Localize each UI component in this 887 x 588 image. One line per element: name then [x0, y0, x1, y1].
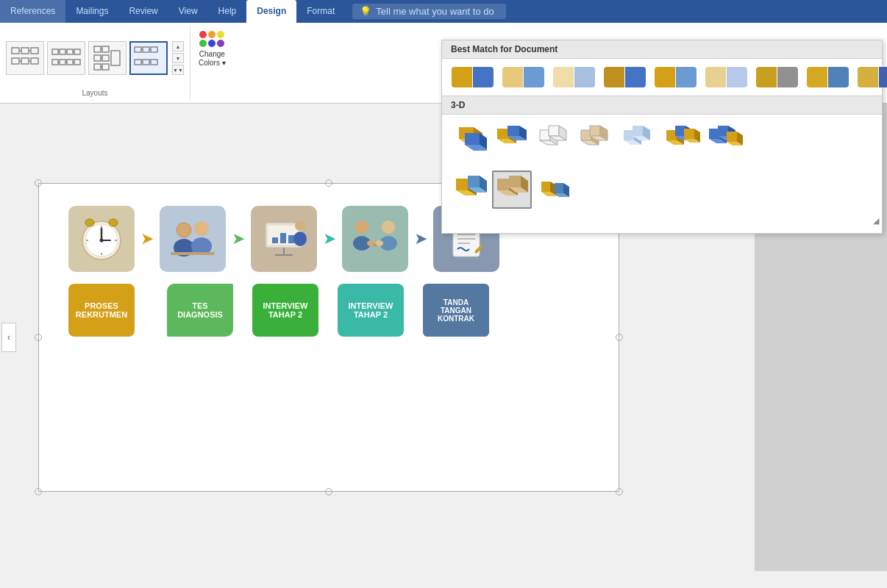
- layouts-items: ▲ ▼ ▼▼: [6, 29, 184, 87]
- arrow-1: ➤: [140, 229, 154, 248]
- best-match-swatches-row: [442, 59, 882, 96]
- svg-marker-95: [468, 176, 480, 187]
- swatch-pair-6[interactable]: [703, 65, 749, 90]
- 3d-swatch-8[interactable]: [449, 171, 489, 209]
- svg-marker-68: [624, 130, 634, 140]
- svg-rect-25: [102, 46, 109, 52]
- 3d-row-1: [442, 115, 882, 165]
- tab-mailings[interactable]: Mailings: [65, 0, 118, 23]
- svg-rect-33: [111, 51, 120, 65]
- step3-image[interactable]: [251, 206, 317, 272]
- swatch-pair-3[interactable]: [551, 65, 597, 90]
- svg-point-137: [293, 232, 307, 246]
- svg-point-117: [109, 219, 118, 226]
- 3d-swatch-10[interactable]: [535, 171, 574, 209]
- svg-rect-17: [52, 60, 58, 65]
- 3d-swatch-9[interactable]: [492, 171, 532, 209]
- svg-rect-34: [135, 47, 141, 52]
- svg-marker-47: [465, 133, 480, 145]
- 3d-swatch-7[interactable]: [705, 121, 745, 159]
- svg-rect-30: [94, 64, 101, 70]
- best-match-title: Best Match for Document: [442, 40, 882, 59]
- svg-point-115: [100, 239, 104, 243]
- svg-point-123: [177, 223, 191, 237]
- svg-point-143: [367, 240, 374, 246]
- svg-rect-24: [94, 46, 101, 52]
- layout-item-1[interactable]: [6, 41, 44, 75]
- swatch-pair-5[interactable]: [652, 65, 699, 90]
- swatch-pair-9[interactable]: [855, 65, 887, 90]
- 3d-swatch-1[interactable]: [449, 121, 489, 159]
- arrow-2: ➤: [232, 229, 245, 248]
- 3d-swatch-6[interactable]: [663, 121, 702, 159]
- layouts-section: ▲ ▼ ▼▼ Layouts: [0, 26, 190, 100]
- handle-bm[interactable]: [325, 488, 332, 495]
- tab-design[interactable]: Design: [246, 0, 296, 23]
- label-box-1[interactable]: PROSESREKRUTMEN: [68, 284, 135, 337]
- swatch-pair-4[interactable]: [602, 65, 648, 90]
- tab-format[interactable]: Format: [296, 0, 345, 23]
- svg-marker-74: [666, 130, 677, 140]
- svg-rect-41: [151, 60, 157, 65]
- svg-marker-101: [509, 176, 521, 187]
- scroll-more-btn[interactable]: ▼▼: [172, 65, 184, 75]
- swatch-pair-7[interactable]: [754, 65, 800, 90]
- label-box-4[interactable]: INTERVIEWTAHAP 2: [338, 284, 404, 337]
- handle-tl[interactable]: [35, 179, 42, 187]
- swatch-pair-8[interactable]: [805, 65, 851, 90]
- svg-rect-39: [135, 60, 141, 65]
- arrow-3: ➤: [323, 229, 336, 248]
- svg-marker-107: [555, 183, 563, 193]
- svg-point-139: [355, 220, 368, 234]
- layouts-label: Layouts: [6, 89, 184, 97]
- layouts-scroll: ▲ ▼ ▼▼: [172, 41, 184, 75]
- 3d-swatch-5[interactable]: [620, 121, 660, 159]
- scroll-up-btn[interactable]: ▲: [172, 41, 184, 51]
- svg-marker-59: [549, 126, 559, 136]
- swatch-pair-1[interactable]: [449, 65, 496, 90]
- svg-rect-27: [94, 55, 101, 61]
- layout-item-2[interactable]: [47, 41, 85, 75]
- layout-item-3[interactable]: [88, 41, 127, 75]
- process-label-row: PROSESREKRUTMEN TESDIAGNOSIS INTERVIEWTA…: [68, 284, 589, 337]
- 3d-swatch-2[interactable]: [492, 121, 532, 159]
- layout-item-4[interactable]: [129, 41, 168, 75]
- handle-tm[interactable]: [325, 179, 332, 187]
- tab-review[interactable]: Review: [118, 0, 168, 23]
- svg-point-144: [376, 240, 383, 246]
- handle-bl[interactable]: [35, 488, 42, 495]
- resize-handle[interactable]: ◢: [442, 215, 882, 227]
- svg-rect-36: [151, 47, 157, 52]
- step4-image[interactable]: [342, 206, 408, 272]
- handle-ml[interactable]: [35, 334, 42, 341]
- 3d-swatch-4[interactable]: [577, 121, 617, 159]
- step1-image[interactable]: [68, 206, 135, 272]
- svg-marker-104: [541, 182, 550, 192]
- 3d-swatch-3[interactable]: [535, 121, 574, 159]
- svg-rect-6: [21, 58, 29, 64]
- svg-marker-89: [727, 132, 737, 142]
- scroll-down-btn[interactable]: ▼: [172, 53, 184, 63]
- label-box-5[interactable]: TANDATANGANKONTRAK: [423, 284, 489, 337]
- change-colors-button[interactable]: ChangeColors ▾: [190, 26, 234, 100]
- swatch-pair-2[interactable]: [500, 65, 546, 90]
- lightbulb-icon: 💡: [360, 6, 371, 17]
- tab-view[interactable]: View: [168, 0, 208, 23]
- left-panel-toggle[interactable]: ‹: [1, 323, 16, 352]
- svg-rect-28: [102, 55, 109, 61]
- label-box-3[interactable]: INTERVIEWTAHAP 2: [252, 284, 318, 337]
- svg-rect-7: [31, 58, 38, 64]
- handle-mr[interactable]: [616, 334, 623, 341]
- svg-point-141: [382, 220, 395, 234]
- step2-image[interactable]: [160, 206, 226, 272]
- svg-marker-50: [497, 129, 509, 139]
- label-box-2[interactable]: TESDIAGNOSIS: [167, 284, 233, 337]
- handle-br[interactable]: [616, 488, 623, 495]
- tab-references[interactable]: References: [0, 0, 65, 23]
- svg-point-116: [85, 219, 94, 226]
- svg-rect-131: [272, 237, 278, 243]
- ribbon-search-box[interactable]: 💡 Tell me what you want to do: [352, 4, 505, 19]
- svg-rect-11: [60, 49, 65, 54]
- tab-help[interactable]: Help: [208, 0, 247, 23]
- svg-rect-0: [12, 48, 19, 54]
